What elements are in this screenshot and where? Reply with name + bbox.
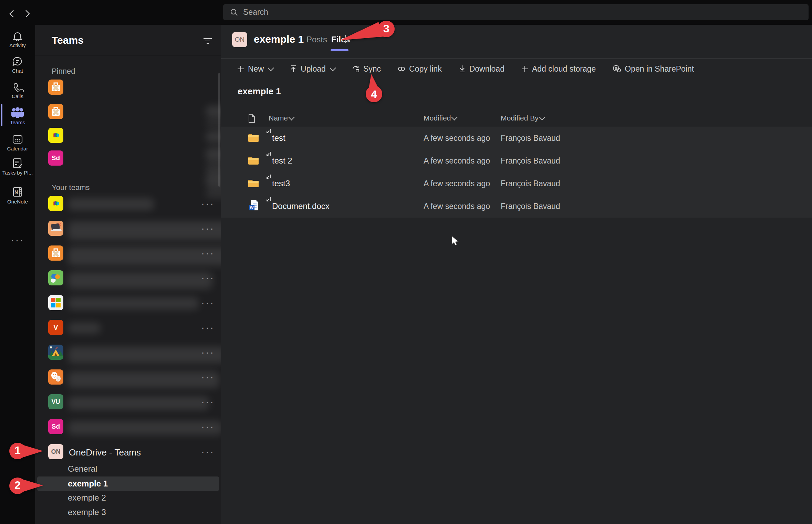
divider bbox=[35, 55, 221, 55]
callout-1-number: 1 bbox=[10, 444, 25, 457]
team-icon-yellow-logo[interactable] bbox=[48, 196, 63, 211]
open-in-sharepoint-button[interactable]: S Open in SharePoint bbox=[612, 64, 694, 74]
team-more-icon[interactable]: ··· bbox=[201, 350, 215, 354]
column-header-modified[interactable]: Modified bbox=[424, 114, 457, 122]
tab-posts[interactable]: Posts bbox=[306, 35, 327, 44]
sidebar-item-tasks[interactable]: Tasks by Pl... bbox=[0, 157, 35, 176]
table-row[interactable]: W Document.docx A few seconds ago Franço… bbox=[221, 195, 812, 218]
plus-icon bbox=[237, 65, 244, 73]
upload-button[interactable]: Upload bbox=[290, 64, 335, 74]
folder-icon bbox=[248, 179, 259, 188]
team-icon-microsoft[interactable] bbox=[48, 295, 63, 310]
download-icon bbox=[458, 65, 466, 73]
sidebar-item-activity[interactable]: Activity bbox=[0, 30, 35, 48]
callout-3-number: 3 bbox=[378, 22, 394, 35]
sidebar-item-teams[interactable]: Teams bbox=[0, 107, 35, 125]
team-icon-vu[interactable]: VU bbox=[48, 394, 63, 409]
rail-calendar-label: Calendar bbox=[0, 146, 35, 151]
search-input[interactable]: Search bbox=[223, 4, 809, 20]
team-more-icon[interactable]: ··· bbox=[201, 202, 215, 205]
team-more-icon[interactable]: ··· bbox=[201, 375, 215, 379]
sync-icon bbox=[352, 65, 360, 73]
team-more-icon[interactable]: ··· bbox=[201, 301, 215, 304]
team-more-icon[interactable]: ··· bbox=[201, 450, 215, 453]
folder-icon bbox=[248, 134, 259, 143]
sharepoint-icon: S bbox=[612, 64, 621, 73]
search-placeholder: Search bbox=[243, 8, 268, 17]
mouse-cursor bbox=[451, 235, 460, 247]
new-item-glint-icon bbox=[266, 151, 271, 158]
new-item-glint-icon bbox=[266, 197, 271, 203]
team-more-icon[interactable]: ··· bbox=[201, 400, 215, 404]
pinned-team-icon-yellow-logo[interactable] bbox=[48, 128, 63, 143]
team-icon-theater-masks[interactable] bbox=[48, 369, 63, 385]
team-name-onedrive-teams[interactable]: OneDrive - Teams bbox=[69, 447, 141, 458]
your-teams-section-label: Your teams bbox=[52, 183, 90, 192]
chevron-down-icon bbox=[539, 114, 545, 120]
table-header-row: Name Modified Modified By bbox=[221, 111, 812, 126]
channel-exemple-3[interactable]: exemple 3 bbox=[68, 507, 106, 517]
team-icon-onedrive-teams[interactable]: ON bbox=[48, 444, 63, 459]
sidebar-item-calls[interactable]: Calls bbox=[0, 81, 35, 99]
channel-selected-highlight bbox=[37, 476, 219, 491]
team-avatar: ON bbox=[232, 32, 247, 47]
column-header-name[interactable]: Name bbox=[269, 114, 294, 122]
callout-2-number: 2 bbox=[10, 479, 25, 492]
chevron-down-icon bbox=[451, 114, 458, 120]
channel-exemple-1[interactable]: exemple 1 bbox=[68, 479, 108, 489]
copy-link-button[interactable]: Copy link bbox=[397, 64, 442, 74]
sidebar-item-onenote[interactable]: N OneNote bbox=[0, 186, 35, 205]
svg-text:S: S bbox=[615, 66, 617, 71]
channel-exemple-2[interactable]: exemple 2 bbox=[68, 493, 106, 503]
chevron-down-icon bbox=[330, 65, 336, 71]
team-icon-sd[interactable]: Sd bbox=[48, 419, 63, 434]
filter-icon[interactable] bbox=[202, 37, 213, 45]
chevron-down-icon bbox=[288, 114, 294, 120]
back-icon[interactable] bbox=[8, 9, 17, 19]
new-item-glint-icon bbox=[266, 174, 271, 180]
callout-4-number: 4 bbox=[366, 88, 382, 101]
top-bar: Search bbox=[0, 0, 812, 25]
table-row[interactable]: test A few seconds ago François Bavaud bbox=[221, 127, 812, 150]
team-more-icon[interactable]: ··· bbox=[201, 425, 215, 428]
plus-icon bbox=[521, 65, 529, 73]
pinned-team-icon-briefcase[interactable] bbox=[48, 104, 63, 119]
pinned-team-icon-briefcase[interactable] bbox=[48, 80, 63, 95]
pinned-team-icon-sd[interactable]: Sd bbox=[48, 150, 63, 166]
team-more-icon[interactable]: ··· bbox=[201, 227, 215, 230]
rail-chat-label: Chat bbox=[0, 68, 35, 74]
rail-activity-label: Activity bbox=[0, 42, 35, 48]
files-toolbar: New Upload Sync Copy link Download Add c… bbox=[237, 59, 694, 79]
sidebar-title: Teams bbox=[52, 34, 84, 46]
forward-icon[interactable] bbox=[23, 9, 32, 19]
table-row[interactable]: test 2 A few seconds ago François Bavaud bbox=[221, 149, 812, 172]
svg-text:N: N bbox=[14, 189, 18, 195]
team-icon-v[interactable]: V bbox=[48, 320, 63, 335]
document-type-column-icon[interactable] bbox=[248, 114, 256, 123]
table-row[interactable]: test3 A few seconds ago François Bavaud bbox=[221, 172, 812, 195]
download-button[interactable]: Download bbox=[458, 64, 504, 74]
team-more-icon[interactable]: ··· bbox=[201, 251, 215, 255]
column-header-modified-by[interactable]: Modified By bbox=[501, 114, 544, 122]
link-icon bbox=[397, 65, 406, 73]
rail-calls-label: Calls bbox=[0, 93, 35, 99]
team-more-icon[interactable]: ··· bbox=[201, 326, 215, 329]
team-icon-camping[interactable] bbox=[48, 345, 63, 360]
sidebar-item-chat[interactable]: Chat bbox=[0, 56, 35, 74]
rail-more-apps-icon[interactable]: ··· bbox=[0, 238, 35, 242]
new-button[interactable]: New bbox=[237, 64, 273, 74]
sidebar-item-calendar[interactable]: Calendar bbox=[0, 134, 35, 151]
svg-text:W: W bbox=[250, 205, 254, 210]
team-icon-laptop[interactable] bbox=[48, 221, 63, 236]
page-title: exemple 1 bbox=[254, 33, 304, 45]
active-tab-underline bbox=[331, 49, 348, 51]
channel-header: ON exemple 1 Posts Files bbox=[221, 25, 812, 59]
channel-general[interactable]: General bbox=[68, 464, 97, 474]
add-cloud-storage-button[interactable]: Add cloud storage bbox=[521, 64, 596, 74]
rail-teams-label: Teams bbox=[0, 119, 35, 125]
breadcrumb[interactable]: exemple 1 bbox=[238, 86, 281, 97]
team-more-icon[interactable]: ··· bbox=[201, 276, 215, 280]
search-icon bbox=[230, 8, 238, 17]
team-icon-speech-bubbles[interactable] bbox=[48, 270, 63, 285]
team-icon-briefcase[interactable] bbox=[48, 245, 63, 261]
